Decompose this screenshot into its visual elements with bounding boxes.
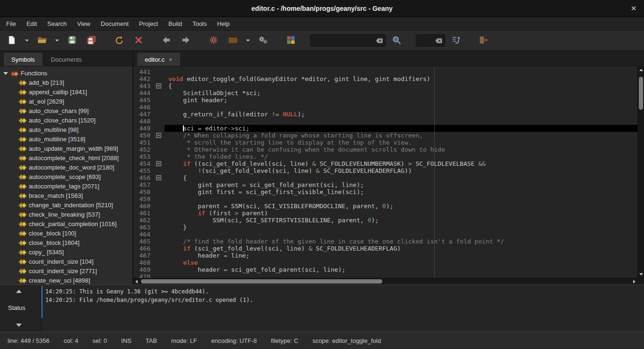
tab-symbols[interactable]: Symbols bbox=[4, 53, 42, 66]
code-text[interactable]: } bbox=[165, 224, 644, 231]
code-line[interactable]: 450− /* When collapsing a fold range who… bbox=[133, 132, 644, 139]
symbol-item[interactable]: count_indent_size [104] bbox=[0, 257, 132, 266]
save-button[interactable] bbox=[64, 32, 81, 49]
code-text[interactable]: gint first = sci_get_first_visible_line(… bbox=[165, 188, 644, 195]
scrollbar-left-icon[interactable] bbox=[135, 280, 138, 284]
nav-forward-button[interactable] bbox=[177, 32, 194, 49]
code-line[interactable]: 454− if ((sci_get_fold_level(sci, line) … bbox=[133, 160, 644, 167]
menu-file[interactable]: File bbox=[1, 18, 21, 30]
symbol-item[interactable]: auto_multiline [3518] bbox=[0, 134, 132, 144]
code-line[interactable]: 451 * scroll the starting line to displa… bbox=[133, 139, 644, 146]
save-all-button[interactable] bbox=[83, 32, 100, 49]
symbol-item[interactable]: close_block [100] bbox=[0, 228, 132, 238]
code-text[interactable]: !(sci_get_fold_level(sci, line) & SC_FOL… bbox=[165, 167, 644, 174]
code-line[interactable]: 464 bbox=[133, 231, 644, 238]
code-line[interactable]: 445 gint header; bbox=[133, 97, 644, 104]
menu-project[interactable]: Project bbox=[134, 18, 163, 30]
code-text[interactable]: * scroll the starting line to display at… bbox=[165, 139, 644, 146]
close-file-button[interactable] bbox=[130, 32, 147, 49]
tab-scroll-up-icon[interactable] bbox=[16, 290, 22, 293]
symbol-item[interactable]: autocomplete_doc_word [2180] bbox=[0, 162, 132, 172]
code-line[interactable]: 446 bbox=[133, 104, 644, 111]
code-text[interactable] bbox=[165, 104, 644, 111]
fold-toggle-icon[interactable]: − bbox=[156, 83, 161, 89]
revert-button[interactable] bbox=[111, 32, 128, 49]
symbol-item[interactable]: check_line_breaking [537] bbox=[0, 210, 132, 219]
symbol-item[interactable]: append_calltip [1841] bbox=[0, 87, 132, 97]
symbol-item[interactable]: change_tab_indentation [5210] bbox=[0, 200, 132, 210]
code-text[interactable]: void editor_toggle_fold(GeanyEditor *edi… bbox=[165, 75, 644, 82]
expander-icon[interactable] bbox=[3, 72, 8, 75]
fold-toggle-icon[interactable]: − bbox=[156, 133, 161, 138]
code-line[interactable]: 448 bbox=[133, 118, 644, 125]
symbol-item[interactable]: brace_match [1563] bbox=[0, 191, 132, 200]
clear-icon[interactable] bbox=[435, 38, 442, 43]
compile-button[interactable] bbox=[205, 32, 222, 49]
symbol-item[interactable]: copy_ [5345] bbox=[0, 247, 132, 257]
clear-icon[interactable] bbox=[376, 38, 383, 43]
menu-view[interactable]: View bbox=[72, 18, 96, 30]
code-line[interactable]: 468 else bbox=[133, 259, 644, 266]
code-text[interactable]: header = line; bbox=[165, 252, 644, 259]
symbol-item[interactable]: auto_close_chars [1520] bbox=[0, 115, 132, 125]
goto-line-button[interactable] bbox=[447, 32, 464, 49]
code-text[interactable]: g_return_if_fail(editor != NULL); bbox=[165, 111, 644, 118]
symbol-item[interactable]: add_kb [213] bbox=[0, 78, 132, 87]
menu-edit[interactable]: Edit bbox=[21, 18, 42, 30]
code-line[interactable]: 466 if (sci_get_fold_level(sci, line) & … bbox=[133, 245, 644, 252]
editor-view[interactable]: 441442void editor_toggle_fold(GeanyEdito… bbox=[133, 66, 644, 278]
code-line[interactable]: 467 header = line; bbox=[133, 252, 644, 259]
vertical-scrollbar[interactable] bbox=[637, 66, 644, 278]
color-chooser-button[interactable] bbox=[282, 32, 299, 49]
code-text[interactable]: if ((sci_get_fold_level(sci, line) & SC_… bbox=[165, 160, 644, 167]
open-file-button[interactable] bbox=[33, 32, 50, 49]
symbol-item[interactable]: close_block [1604] bbox=[0, 238, 132, 247]
symbol-item[interactable]: create_new_sci [4898] bbox=[0, 276, 132, 284]
code-text[interactable]: parent = SSM(sci, SCI_VISIBLEFROMDOCLINE… bbox=[165, 203, 644, 210]
build-button[interactable] bbox=[224, 32, 241, 49]
code-text[interactable]: SSM(sci, SCI_SETFIRSTVISIBLELINE, parent… bbox=[165, 217, 644, 224]
new-file-menu-button[interactable] bbox=[23, 32, 31, 49]
code-line[interactable]: 444 ScintillaObject *sci; bbox=[133, 89, 644, 97]
horizontal-scrollbar[interactable] bbox=[133, 278, 644, 284]
code-line[interactable]: 443−{ bbox=[133, 82, 644, 89]
code-text[interactable]: if (first > parent) bbox=[165, 210, 644, 217]
symbol-item[interactable]: autocomplete_scope [693] bbox=[0, 172, 132, 181]
symbols-root-row[interactable]: Functions bbox=[0, 69, 132, 78]
status-log[interactable]: 14:20:25: This is Geany 1.36 (git >= 4bc… bbox=[41, 285, 644, 332]
code-text[interactable]: header = sci_get_fold_parent(sci, line); bbox=[165, 266, 644, 273]
code-line[interactable]: 461 if (first > parent) bbox=[133, 210, 644, 217]
horizontal-scrollbar-thumb[interactable] bbox=[141, 279, 382, 284]
menu-build[interactable]: Build bbox=[163, 18, 187, 30]
code-line[interactable]: 469 header = sci_get_fold_parent(sci, li… bbox=[133, 266, 644, 273]
goto-line-entry-input[interactable] bbox=[420, 37, 433, 44]
code-text[interactable]: if (sci_get_fold_level(sci, line) & SC_F… bbox=[165, 245, 644, 252]
code-line[interactable]: 463 } bbox=[133, 224, 644, 231]
code-line[interactable]: 460 parent = SSM(sci, SCI_VISIBLEFROMDOC… bbox=[133, 203, 644, 210]
search-entry[interactable] bbox=[310, 34, 386, 47]
vertical-scrollbar-thumb[interactable] bbox=[639, 77, 643, 110]
code-text[interactable]: /* When collapsing a fold range whose st… bbox=[165, 132, 644, 139]
code-line[interactable]: 462 SSM(sci, SCI_SETFIRSTVISIBLELINE, pa… bbox=[133, 217, 644, 224]
quit-button[interactable] bbox=[475, 32, 492, 49]
window-close-button[interactable]: ✕ bbox=[627, 2, 640, 15]
symbol-item[interactable]: count_indent_size [2771] bbox=[0, 266, 132, 276]
code-text[interactable] bbox=[165, 195, 644, 203]
code-text[interactable]: * the folded lines. */ bbox=[165, 153, 644, 160]
code-text[interactable]: * Otherwise it can be confusing when the… bbox=[165, 146, 644, 153]
code-line[interactable]: 442void editor_toggle_fold(GeanyEditor *… bbox=[133, 75, 644, 82]
code-line[interactable]: 452 * Otherwise it can be confusing when… bbox=[133, 146, 644, 153]
scrollbar-down-icon[interactable] bbox=[639, 273, 643, 276]
code-line[interactable]: 465 /* find the fold header of the given… bbox=[133, 238, 644, 245]
code-line[interactable]: 458 gint first = sci_get_first_visible_l… bbox=[133, 188, 644, 195]
symbol-item[interactable]: autocomplete_check_html [2088] bbox=[0, 153, 132, 162]
code-line[interactable]: 455 !(sci_get_fold_level(sci, line) & SC… bbox=[133, 167, 644, 174]
code-line[interactable]: 441 bbox=[133, 68, 644, 75]
code-text[interactable]: /* find the fold header of the given lin… bbox=[165, 238, 644, 245]
menu-help[interactable]: Help bbox=[212, 18, 235, 30]
code-line[interactable]: 456− { bbox=[133, 174, 644, 181]
code-line[interactable]: 447 g_return_if_fail(editor != NULL); bbox=[133, 111, 644, 118]
build-menu-button[interactable] bbox=[244, 32, 252, 49]
code-text[interactable]: { bbox=[165, 174, 644, 181]
menu-tools[interactable]: Tools bbox=[187, 18, 212, 30]
